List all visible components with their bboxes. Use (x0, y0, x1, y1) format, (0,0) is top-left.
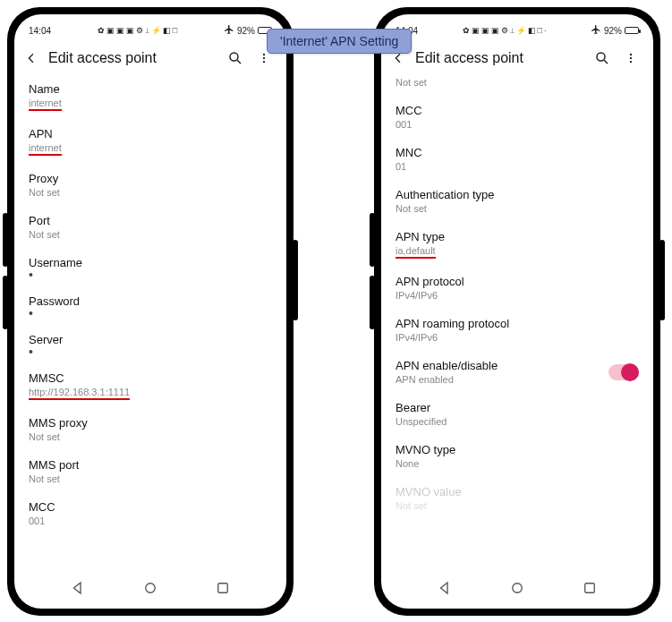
setting-value: Not set (396, 500, 639, 511)
status-icon: ◧ (528, 26, 536, 35)
side-button (659, 240, 665, 320)
setting-label: MCC (29, 500, 272, 514)
setting-label: Port (29, 214, 272, 227)
setting-row[interactable]: APN typeia,default (396, 223, 639, 268)
setting-label: APN protocol (396, 275, 639, 288)
more-button[interactable] (621, 50, 641, 66)
nav-back-button[interactable] (64, 580, 91, 596)
status-icon: ▣ (106, 26, 115, 35)
setting-row[interactable]: MMS proxyNot set (29, 409, 272, 451)
setting-row[interactable]: Authentication typeNot set (396, 181, 639, 223)
setting-label: Authentication type (396, 188, 639, 201)
setting-value: Not set (29, 431, 272, 442)
nav-home-button[interactable] (504, 580, 531, 596)
setting-label: MVNO type (396, 443, 639, 456)
settings-list-left[interactable]: NameinternetAPNinternetProxyNot setPortN… (14, 75, 286, 573)
setting-row[interactable]: PortNot set (29, 207, 272, 249)
status-bar: 14:04 ✿ ▣ ▣ ▣ ⚙ ⟂ ⚡ ◧ □ 92% (14, 20, 286, 41)
svg-point-5 (146, 584, 156, 593)
setting-value: internet (29, 98, 272, 111)
side-button (3, 213, 8, 267)
status-icon: ▣ (472, 26, 480, 35)
svg-point-7 (597, 53, 605, 61)
setting-value: Not set (29, 473, 272, 484)
setting-row[interactable]: BearerUnspecified (396, 394, 639, 436)
setting-row[interactable]: MCC001 (29, 493, 272, 535)
page-title: Edit access point (48, 50, 217, 66)
status-icon: ▣ (116, 26, 124, 35)
setting-row[interactable]: Server• (29, 326, 272, 364)
svg-point-4 (263, 61, 265, 63)
setting-row[interactable]: Password• (29, 287, 272, 326)
setting-row[interactable]: APNinternet (29, 120, 272, 165)
page-title: Edit access point (415, 50, 583, 66)
setting-label: MCC (396, 104, 639, 117)
search-button[interactable] (225, 50, 245, 66)
setting-row[interactable]: MCC001 (396, 97, 639, 139)
back-button[interactable] (23, 51, 39, 65)
side-button (293, 240, 298, 320)
setting-row[interactable]: MVNO valueNot set (396, 478, 639, 520)
side-button (370, 276, 375, 329)
setting-value: • (29, 310, 272, 317)
setting-value: • (29, 348, 272, 355)
nav-home-button[interactable] (137, 580, 164, 596)
svg-rect-6 (218, 584, 228, 593)
status-bar: 14:04 ✿ ▣ ▣ ▣ ⚙ ⟂ ⚡ ◧ □ · (381, 20, 653, 41)
system-nav-bar (14, 573, 286, 609)
gear-icon: ✿ (463, 26, 470, 35)
setting-value: internet (29, 142, 272, 156)
svg-point-11 (630, 61, 632, 63)
nav-back-button[interactable] (431, 580, 458, 596)
svg-point-9 (630, 54, 632, 55)
system-nav-bar (381, 573, 653, 609)
status-icon: ⚙ (136, 26, 143, 35)
setting-row[interactable]: Username• (29, 249, 272, 287)
battery-percent: 92% (604, 26, 622, 36)
setting-label: Bearer (396, 401, 639, 414)
setting-label: Name (29, 82, 272, 96)
setting-label: Server (29, 333, 272, 346)
phone-frame-right: 14:04 ✿ ▣ ▣ ▣ ⚙ ⟂ ⚡ ◧ □ · (374, 7, 660, 616)
nav-recent-button[interactable] (209, 580, 236, 596)
svg-line-1 (237, 60, 241, 64)
setting-row[interactable]: APN roaming protocolIPv4/IPv6 (396, 310, 639, 352)
setting-label: Username (29, 256, 272, 269)
status-icon: ⚡ (516, 26, 526, 35)
battery-percent: 92% (237, 26, 255, 36)
setting-row[interactable]: MMSChttp://192.168.3.1:1111 (29, 364, 272, 409)
setting-value: Not set (396, 203, 639, 214)
setting-value: 001 (29, 515, 272, 526)
status-icon: ⚡ (151, 26, 161, 35)
settings-list-right[interactable]: Not setMCC001MNC01Authentication typeNot… (381, 75, 653, 573)
setting-row[interactable]: APN enable/disableAPN enabled (396, 352, 639, 394)
setting-row[interactable]: MNC01 (396, 139, 639, 181)
setting-row[interactable]: APN protocolIPv4/IPv6 (396, 268, 639, 310)
setting-row[interactable]: MMS portNot set (29, 451, 272, 493)
gear-icon: ✿ (98, 26, 105, 35)
side-button (3, 276, 8, 329)
status-icon: · (544, 26, 547, 35)
phone-frame-left: 14:04 ✿ ▣ ▣ ▣ ⚙ ⟂ ⚡ ◧ □ 92% (7, 7, 293, 616)
setting-value: APN enabled (396, 374, 498, 385)
setting-value: IPv4/IPv6 (396, 332, 639, 343)
status-icon: ⟂ (145, 26, 149, 35)
annotation-callout: 'Internet' APN Setting (267, 29, 412, 54)
setting-value: http://192.168.3.1:1111 (29, 387, 272, 400)
setting-row[interactable]: MVNO typeNone (396, 436, 639, 478)
setting-row[interactable]: Nameinternet (29, 75, 272, 120)
battery-icon (625, 27, 639, 34)
status-icon: ◧ (163, 26, 171, 35)
setting-label: Password (29, 294, 272, 308)
setting-row[interactable]: ProxyNot set (29, 165, 272, 207)
nav-recent-button[interactable] (576, 580, 603, 596)
setting-label: MNC (396, 146, 639, 159)
phone-screen-right: 14:04 ✿ ▣ ▣ ▣ ⚙ ⟂ ⚡ ◧ □ · (381, 14, 653, 609)
setting-label: MMS port (29, 458, 272, 472)
setting-value: • (29, 271, 272, 278)
setting-row[interactable]: Not set (396, 77, 639, 97)
toggle-switch[interactable] (608, 364, 639, 380)
phone-screen-left: 14:04 ✿ ▣ ▣ ▣ ⚙ ⟂ ⚡ ◧ □ 92% (14, 14, 286, 609)
search-button[interactable] (592, 50, 612, 66)
svg-rect-13 (585, 584, 595, 593)
